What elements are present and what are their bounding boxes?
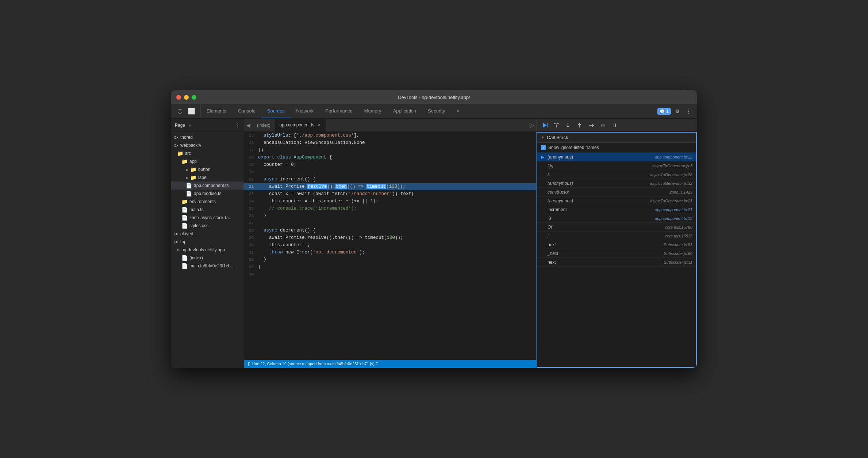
stack-item-10[interactable]: next Subscriber.js:91 (537, 240, 696, 249)
maximize-button[interactable] (192, 95, 196, 100)
file-tree-options[interactable]: ⋮ (235, 122, 240, 128)
stack-frame-name: next (548, 242, 664, 247)
stack-frame-name: _next (548, 251, 664, 256)
editor-tab-index[interactable]: (index) (253, 119, 275, 131)
stack-item-6[interactable]: increment app.component.ts:21 (537, 205, 696, 214)
show-ignore-row[interactable]: ✓ Show ignore-listed frames (537, 143, 696, 153)
stack-item-3[interactable]: (anonymous) asyncToGenerator.js:32 (537, 179, 696, 188)
code-line-19: 19 counter = 0; (244, 161, 536, 168)
show-ignore-checkbox[interactable]: ✓ (541, 145, 546, 150)
deactivate-button[interactable]: ⊘ (599, 121, 607, 130)
code-line-18: 18 export class AppComponent { (244, 154, 536, 161)
stack-item-11[interactable]: _next Subscriber.js:60 (537, 249, 696, 258)
stack-item-7[interactable]: i0 app.component.ts:13 (537, 214, 696, 223)
code-line-20: 20 (244, 168, 536, 176)
stack-item-8[interactable]: Of core.mjs:15780 (537, 223, 696, 232)
resume-button[interactable] (540, 121, 549, 130)
tree-item-authored[interactable]: ⊳thored (171, 133, 244, 141)
main-content: Page » ⋮ ⊳thored ⊳webpack:// 📁src 📁app ▶… (171, 119, 697, 368)
tree-item-app[interactable]: 📁app (171, 157, 244, 165)
tab-console[interactable]: Console (232, 104, 261, 118)
step-out-button[interactable] (575, 121, 584, 130)
stack-frame-location: app.component.ts:21 (655, 207, 692, 212)
tab-network[interactable]: Network (291, 104, 320, 118)
call-stack-title: Call Stack (547, 135, 568, 140)
code-line-29: 29 await Promise.resolve().then(() => ti… (244, 234, 536, 241)
tree-item-app-component-ts[interactable]: 📄app.component.ts (171, 182, 244, 190)
editor-tabs: ◀ (index) app.component.ts ✕ ▷ (244, 119, 536, 132)
stack-item-4[interactable]: constructor zone.js:1429 (537, 188, 696, 196)
file-tree-header: Page » ⋮ (171, 119, 244, 132)
tab-performance[interactable]: Performance (319, 104, 358, 118)
stack-frame-location: asyncToGenerator.js:21 (650, 199, 692, 203)
chevron-down-icon: ▼ (541, 136, 545, 140)
code-line-21: 21 async increment() { (244, 176, 536, 183)
toolbar-right: 💬 1 ⚙ ⋮ (654, 104, 697, 118)
more-menu-button[interactable]: ⋮ (684, 108, 693, 115)
call-stack-list: ▶ (anonymous) app.component.ts:22 Qg asy… (537, 153, 696, 367)
code-line-16: 16 encapsulation: ViewEncapsulation.None (244, 139, 536, 146)
code-line-28: 28 async decrement() { (244, 227, 536, 234)
editor-prev-tab[interactable]: ◀ (244, 119, 253, 131)
tree-item-top[interactable]: ⊳top (171, 238, 244, 246)
notification-badge[interactable]: 💬 1 (657, 108, 671, 115)
close-button[interactable] (176, 95, 181, 100)
close-tab-icon[interactable]: ✕ (316, 122, 322, 127)
step-into-button[interactable] (564, 121, 572, 130)
call-stack-header[interactable]: ▼ Call Stack (537, 133, 696, 143)
code-line-17: 17 }) (244, 146, 536, 154)
stack-frame-name: i (548, 233, 665, 238)
notification-count: 1 (666, 109, 669, 114)
stack-frame-location: asyncToGenerator.js:32 (650, 181, 692, 186)
file-tree: Page » ⋮ ⊳thored ⊳webpack:// 📁src 📁app ▶… (171, 119, 244, 368)
tree-item-ployed[interactable]: ⊳ployed (171, 230, 244, 238)
code-line-25: 25 // console.trace('incremented'); (244, 205, 536, 212)
tree-item-button[interactable]: ▶📁button (171, 165, 244, 173)
stack-item-2[interactable]: s asyncToGenerator.js:25 (537, 170, 696, 179)
stack-item-12[interactable]: next Subscriber.js:31 (537, 258, 696, 267)
stack-frame-location: asyncToGenerator.js:25 (650, 172, 692, 177)
tree-item-main-ts[interactable]: 📄main.ts (171, 206, 244, 214)
code-line-34: 34 (244, 271, 536, 278)
stack-frame-name: Of (548, 225, 665, 230)
tree-item-environments[interactable]: 📁environments (171, 198, 244, 206)
tree-item-index[interactable]: 📄(index) (171, 254, 244, 262)
stack-item-9[interactable]: i core.mjs:15815 (537, 232, 696, 240)
minimize-button[interactable] (184, 95, 189, 100)
file-tree-more[interactable]: » (189, 123, 191, 128)
settings-button[interactable]: ⚙ (673, 108, 682, 115)
code-line-33: 33 } (244, 263, 536, 271)
status-text: {} Line 22, Column 19 (source mapped fro… (248, 362, 379, 366)
device-icon[interactable]: ⬜ (187, 106, 197, 117)
tab-security[interactable]: Security (422, 104, 451, 118)
tree-item-main-hash[interactable]: 📄main.fa8bfa0e23f1eb… (171, 262, 244, 270)
tab-application[interactable]: Application (387, 104, 422, 118)
tree-item-zone-async[interactable]: 📄zone-async-stack-ta… (171, 214, 244, 222)
tree-item-app-module-ts[interactable]: 📄app.module.ts (171, 190, 244, 198)
step-over-button[interactable] (552, 121, 561, 130)
editor-tab-app-component[interactable]: app.component.ts ✕ (275, 119, 326, 131)
tab-more[interactable]: » (451, 104, 465, 118)
step-button[interactable] (587, 121, 596, 130)
code-area: ◀ (index) app.component.ts ✕ ▷ 15 styleU… (244, 119, 536, 368)
stack-item-5[interactable]: (anonymous) asyncToGenerator.js:21 (537, 196, 696, 205)
tab-bar: Elements Console Sources Network Perform… (201, 104, 654, 118)
tab-memory[interactable]: Memory (358, 104, 387, 118)
tab-sources[interactable]: Sources (261, 104, 291, 118)
stack-item-1[interactable]: Qg asyncToGenerator.js:3 (537, 161, 696, 170)
pause-exceptions-button[interactable]: ⏸ (610, 121, 619, 130)
cursor-icon[interactable]: ⬡ (175, 106, 185, 117)
tree-item-netlify-domain[interactable]: ⊳ng-devtools.netlify.app (171, 246, 244, 254)
debugger-toolbar: ⊘ ⏸ (537, 119, 697, 132)
stack-frame-location: Subscriber.js:91 (664, 243, 692, 247)
tree-item-styles-css[interactable]: 📄styles.css (171, 222, 244, 230)
editor-format-btn[interactable]: ▷ (527, 119, 536, 131)
stack-item-0[interactable]: ▶ (anonymous) app.component.ts:22 (537, 153, 696, 161)
stack-frame-location: Subscriber.js:31 (664, 260, 692, 264)
tree-item-webpack[interactable]: ⊳webpack:// (171, 141, 244, 149)
tab-elements[interactable]: Elements (201, 104, 232, 118)
code-editor[interactable]: 15 styleUrls: ['./app.component.css'], 1… (244, 132, 536, 360)
active-frame-arrow: ▶ (541, 154, 545, 160)
tree-item-label[interactable]: ▶📁label (171, 173, 244, 182)
tree-item-src[interactable]: 📁src (171, 149, 244, 157)
